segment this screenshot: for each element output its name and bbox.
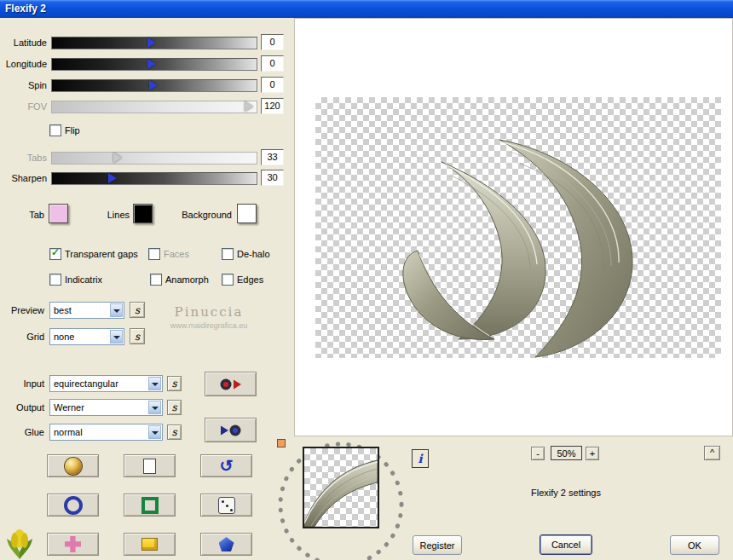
glue-dropdown-value: normal — [54, 427, 147, 437]
copy-settings-button[interactable] — [124, 454, 176, 477]
spin-slider-thumb[interactable] — [149, 80, 158, 90]
sharpen-row: Sharpen 30 — [0, 172, 290, 189]
sharpen-value[interactable]: 30 — [261, 170, 284, 186]
chevron-down-icon[interactable] — [148, 377, 161, 390]
output-dropdown[interactable]: Werner — [49, 399, 163, 416]
sharpen-slider-thumb[interactable] — [108, 173, 117, 183]
preview-dropdown[interactable]: best — [49, 302, 124, 319]
chevron-down-icon[interactable] — [110, 330, 123, 344]
edges-label: Edges — [237, 274, 263, 285]
blue-pentagon-button[interactable] — [200, 533, 252, 556]
latitude-value[interactable]: 0 — [261, 34, 284, 50]
sharpen-label: Sharpen — [0, 173, 47, 183]
zoom-out-button[interactable]: - — [531, 447, 545, 460]
input-dropdown[interactable]: equirectangular — [49, 375, 163, 392]
fov-label: FOV — [0, 101, 47, 112]
undo-button[interactable]: ↺ — [200, 454, 252, 477]
input-dropdown-label: Input — [0, 378, 44, 389]
longitude-slider-thumb[interactable] — [147, 59, 156, 69]
anamorph-label: Anamorph — [165, 274, 209, 285]
indicatrix-label: Indicatrix — [65, 274, 102, 285]
info-button[interactable]: i — [412, 449, 429, 468]
tabs-value[interactable]: 33 — [261, 149, 284, 165]
indicatrix-checkbox[interactable] — [49, 274, 61, 286]
pink-cross-button[interactable] — [47, 533, 99, 556]
tab-color-swatch[interactable] — [49, 204, 68, 223]
spin-row: Spin 0 — [0, 79, 290, 96]
settings-caption: Flexify 2 settings — [493, 488, 639, 498]
chevron-down-icon[interactable] — [110, 303, 123, 317]
anamorph-checkbox[interactable] — [150, 274, 162, 286]
longitude-row: Longitude 0 — [0, 58, 290, 75]
grid-seed-button[interactable]: s — [130, 328, 145, 344]
longitude-slider[interactable] — [51, 58, 257, 71]
ok-button[interactable]: OK — [670, 535, 719, 555]
chevron-down-icon[interactable] — [148, 401, 161, 414]
green-square-icon — [141, 497, 159, 514]
faces-checkbox — [148, 248, 160, 260]
grid-dropdown-value: none — [54, 332, 108, 342]
flexify-render-art — [315, 97, 721, 358]
input-seed-button[interactable]: s — [167, 376, 182, 391]
background-swatch-label: Background — [169, 210, 232, 220]
undo-icon: ↺ — [220, 458, 234, 474]
preview-dropdown-value: best — [54, 305, 108, 315]
transparent-gaps-label: Transparent gaps — [65, 249, 138, 259]
yellow-box-button[interactable] — [124, 533, 176, 556]
tab-swatch-label: Tab — [0, 210, 44, 220]
watermark-name: Pinuccia — [149, 304, 268, 320]
zoom-in-button[interactable]: + — [586, 447, 599, 460]
title-bar[interactable]: Flexify 2 — [0, 0, 733, 18]
shell-icon — [65, 458, 82, 475]
frame-dial-handle[interactable] — [277, 439, 286, 447]
latitude-label: Latitude — [0, 38, 47, 48]
window-title: Flexify 2 — [5, 3, 46, 14]
shell-button[interactable] — [47, 454, 99, 477]
dice-button[interactable] — [200, 494, 252, 517]
flower-icon[interactable] — [5, 528, 34, 560]
tabs-slider — [51, 152, 257, 165]
fov-slider-thumb — [245, 101, 253, 112]
tabs-label: Tabs — [0, 153, 47, 163]
zoom-level[interactable]: 50% — [551, 446, 582, 460]
watermark-url: www.maidiregrafica.eu — [149, 321, 268, 330]
spin-value[interactable]: 0 — [261, 77, 284, 93]
transparent-gaps-checkbox[interactable] — [49, 248, 61, 260]
latitude-slider[interactable] — [51, 37, 257, 49]
blue-pentagon-icon — [219, 537, 234, 551]
background-color-swatch[interactable] — [237, 204, 257, 223]
ring-button[interactable] — [47, 494, 99, 517]
cancel-button[interactable]: Cancel — [540, 534, 592, 555]
preview-dropdown-label: Preview — [0, 305, 44, 315]
edges-checkbox[interactable] — [222, 274, 234, 286]
output-dropdown-value: Werner — [54, 402, 147, 413]
register-button[interactable]: Register — [413, 535, 462, 555]
collapse-button[interactable]: ^ — [704, 446, 720, 460]
flip-label: Flip — [65, 125, 80, 136]
spin-slider[interactable] — [51, 79, 257, 92]
thumbnail-preview[interactable] — [303, 447, 379, 528]
dice-icon — [218, 497, 235, 514]
output-seed-button[interactable]: s — [167, 400, 182, 415]
preview-seed-button[interactable]: s — [130, 302, 145, 318]
glue-dropdown-label: Glue — [0, 427, 44, 437]
de-halo-label: De-halo — [237, 249, 270, 259]
preview-pane — [294, 18, 733, 436]
render-back-button[interactable] — [205, 418, 257, 442]
faces-label: Faces — [164, 249, 189, 259]
sharpen-slider[interactable] — [51, 172, 257, 185]
longitude-value[interactable]: 0 — [261, 55, 284, 72]
glue-dropdown[interactable]: normal — [49, 424, 163, 441]
render-forward-button[interactable] — [205, 372, 257, 396]
chevron-down-icon[interactable] — [148, 425, 161, 439]
grid-dropdown[interactable]: none — [49, 328, 124, 345]
pink-cross-icon — [65, 536, 81, 552]
flip-checkbox[interactable] — [49, 124, 61, 136]
input-dropdown-value: equirectangular — [54, 378, 147, 389]
de-halo-checkbox[interactable] — [222, 248, 234, 260]
green-square-button[interactable] — [124, 494, 176, 517]
latitude-slider-thumb[interactable] — [147, 38, 156, 48]
fov-value[interactable]: 120 — [261, 98, 284, 114]
glue-seed-button[interactable]: s — [167, 424, 182, 440]
lines-color-swatch[interactable] — [133, 204, 153, 223]
